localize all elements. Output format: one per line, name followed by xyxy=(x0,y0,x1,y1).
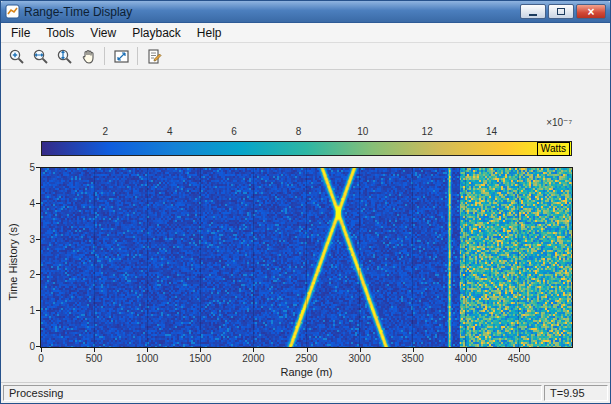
x-axis-tick-labels: 050010001500200025003000350040004500 xyxy=(41,353,572,365)
x-axis-label: Range (m) xyxy=(41,366,572,378)
minimize-icon xyxy=(529,14,537,16)
x-tick-label: 0 xyxy=(38,353,44,364)
x-tick-label: 4500 xyxy=(508,353,530,364)
x-tick-label: 2500 xyxy=(295,353,317,364)
close-button[interactable]: × xyxy=(576,4,606,19)
x-tick-mark xyxy=(147,348,148,352)
x-tick-mark xyxy=(41,348,42,352)
y-axis-tick-marks xyxy=(36,167,40,346)
x-tick-label: 500 xyxy=(86,353,103,364)
zoom-x-icon[interactable] xyxy=(29,45,51,67)
menu-help[interactable]: Help xyxy=(189,24,230,42)
statusbar: Processing T=9.95 xyxy=(1,382,610,403)
maximize-icon xyxy=(557,8,565,15)
range-time-display-window: Range-Time Display × File Tools View Pla… xyxy=(0,0,611,404)
colorbar-tick-label: 4 xyxy=(167,126,173,137)
y-tick-mark xyxy=(36,203,40,204)
menu-tools[interactable]: Tools xyxy=(38,24,82,42)
status-message: Processing xyxy=(3,385,542,401)
menu-playback[interactable]: Playback xyxy=(124,24,189,42)
app-icon xyxy=(5,4,20,19)
colorbar-tick-label: 2 xyxy=(103,126,109,137)
y-tick-label: 0 xyxy=(29,341,35,352)
toolbar-separator xyxy=(137,47,138,65)
menu-file[interactable]: File xyxy=(3,24,38,42)
y-tick-label: 4 xyxy=(29,197,35,208)
y-tick-mark xyxy=(36,274,40,275)
y-tick-label: 5 xyxy=(29,162,35,173)
minimize-button[interactable] xyxy=(520,4,546,19)
scale-to-fit-icon[interactable] xyxy=(110,45,132,67)
y-tick-mark xyxy=(36,310,40,311)
colorbar-tick-label: 6 xyxy=(231,126,237,137)
x-tick-label: 3000 xyxy=(348,353,370,364)
x-tick-mark xyxy=(307,348,308,352)
x-tick-label: 1000 xyxy=(136,353,158,364)
pan-icon[interactable] xyxy=(77,45,99,67)
y-tick-label: 3 xyxy=(29,233,35,244)
y-tick-label: 2 xyxy=(29,269,35,280)
x-tick-mark xyxy=(200,348,201,352)
colorbar-ticks: 2468101214 xyxy=(41,126,572,138)
x-tick-label: 2000 xyxy=(242,353,264,364)
y-tick-mark xyxy=(36,239,40,240)
y-tick-label: 1 xyxy=(29,305,35,316)
zoom-y-icon[interactable] xyxy=(53,45,75,67)
x-tick-label: 3500 xyxy=(402,353,424,364)
colorbar-tick-label: 12 xyxy=(422,126,433,137)
colorbar-units-label: Watts xyxy=(537,142,570,156)
zoom-in-icon[interactable] xyxy=(5,45,27,67)
range-time-intensity-heatmap[interactable] xyxy=(40,167,573,348)
menubar: File Tools View Playback Help xyxy=(1,23,610,43)
x-tick-mark xyxy=(519,348,520,352)
toolbar xyxy=(1,43,610,70)
maximize-button[interactable] xyxy=(548,4,574,19)
titlebar[interactable]: Range-Time Display × xyxy=(1,1,610,23)
y-tick-mark xyxy=(36,167,40,168)
x-tick-mark xyxy=(94,348,95,352)
simulation-time-indicator: T=9.95 xyxy=(544,385,608,401)
x-tick-label: 1500 xyxy=(189,353,211,364)
window-title: Range-Time Display xyxy=(24,5,520,19)
colorbar: Watts xyxy=(41,141,572,156)
toolbar-separator xyxy=(104,47,105,65)
figure-area: ×10⁻⁷ 2468101214 Watts 05001000150020002… xyxy=(1,70,610,382)
y-axis-label: Time History (s) xyxy=(7,192,19,332)
y-tick-mark xyxy=(36,346,40,347)
colorbar-tick-label: 14 xyxy=(486,126,497,137)
x-tick-mark xyxy=(466,348,467,352)
x-tick-label: 4000 xyxy=(455,353,477,364)
close-icon: × xyxy=(587,6,594,18)
x-tick-mark xyxy=(253,348,254,352)
colorbar-tick-label: 10 xyxy=(357,126,368,137)
measurements-icon[interactable] xyxy=(143,45,165,67)
x-tick-mark xyxy=(413,348,414,352)
menu-view[interactable]: View xyxy=(82,24,124,42)
x-axis-tick-marks xyxy=(41,348,572,352)
colorbar-tick-label: 8 xyxy=(296,126,302,137)
x-tick-mark xyxy=(360,348,361,352)
